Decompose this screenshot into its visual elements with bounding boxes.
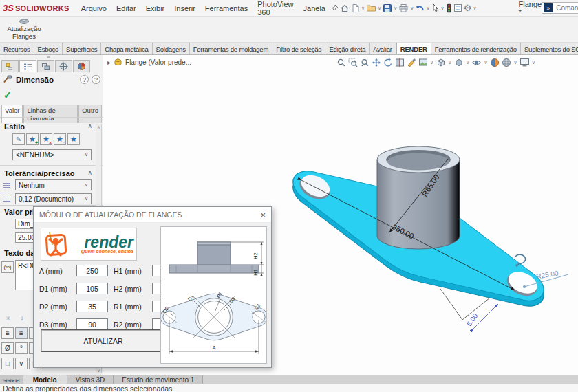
new-document-button[interactable] [351,2,360,14]
menu-janela[interactable]: Janela [299,4,330,12]
atualizacao-flanges-button[interactable]: Atualização Flanges [1,17,47,42]
tab-suplementos[interactable]: Suplementos do SOLIDWORKS [521,43,578,55]
tab-ferramentas-renderizacao[interactable]: Ferramentas de renderização [431,43,521,55]
tab-dimxpertmanager[interactable] [55,60,72,72]
delete-style-button[interactable]: ★× [40,133,52,145]
panel-splitter-handle[interactable] [47,56,50,58]
leader-tool-icon[interactable]: ⤵ [21,315,24,322]
new-doc-caret-icon[interactable]: ∨ [361,6,365,11]
tab-configurationmanager[interactable] [37,60,54,72]
tab-soldagens[interactable]: Soldagens [153,43,190,55]
save-style-button[interactable]: ★⌂ [54,133,66,145]
nav-first-icon[interactable]: |◀ [3,378,7,382]
file-properties-button[interactable] [453,2,462,14]
rebuild-button[interactable] [446,2,452,14]
nav-next-icon[interactable]: ▶ [12,378,15,382]
atualizar-button[interactable]: ATUALIZAR [41,329,166,352]
tolerancia-section-header[interactable]: Tolerância/precisão ∧ [0,169,96,177]
style-dropdown[interactable]: <NENHUM> ∨ [12,149,92,160]
create-style-button[interactable]: ✎ [12,133,25,145]
input-d1[interactable] [76,283,108,294]
justify-left-button[interactable]: ≡ [1,327,14,339]
tab-displaymanager[interactable] [73,60,90,72]
dialog-titlebar[interactable]: MÓDULO DE ATUALIZAÇÃO DE FLANGES × [34,207,271,223]
menu-editar[interactable]: Editar [111,4,141,12]
estilo-section-header[interactable]: Estilo ∧ [0,122,96,131]
dimension-label-radius-tip[interactable]: R25.00 [536,269,559,281]
pencil-icon: ✎ [16,135,21,143]
menu-ferramentas[interactable]: Ferramentas [200,4,253,12]
style-buttons-row: ✎ ★+ ★× ★⌂ ★↓ [12,133,80,145]
cursor-caret-icon[interactable]: ∨ [441,6,445,11]
pin-menu-icon[interactable] [331,2,339,14]
label-h2: H2 (mm) [114,285,149,293]
close-icon[interactable]: × [260,210,266,219]
flange-update-dialog[interactable]: MÓDULO DE ATUALIZAÇÃO DE FLANGES × rende… [33,206,272,368]
nav-prev-icon[interactable]: ◀ [8,378,11,382]
search-input[interactable] [555,3,578,12]
estilo-collapse-icon[interactable]: ∧ [87,122,92,131]
menu-inserir[interactable]: Inserir [169,4,200,12]
menu-exibir[interactable]: Exibir [141,4,170,12]
dim-palette-button[interactable]: (∞) [1,261,14,273]
load-style-button[interactable]: ★↓ [67,133,80,145]
align-left-icon: ≡ [6,329,10,337]
search-icon: » [544,3,553,12]
input-d3[interactable] [76,318,108,330]
open-button[interactable] [366,2,376,14]
ok-checkmark-button[interactable]: ✓ [3,89,12,100]
tab-edicao-direta[interactable]: Edição direta [325,43,370,55]
select-cursor-button[interactable] [431,2,440,14]
menu-photoview[interactable]: PhotoView 360 [253,0,298,17]
degree-symbol-button[interactable]: ° [15,342,28,354]
add-style-button[interactable]: ★+ [26,133,39,145]
home-button[interactable] [340,2,350,14]
symbol-tool-icon[interactable]: ✳ [6,315,11,322]
tab-avaliar[interactable]: Avaliar [370,43,396,55]
box-icon: □ [6,360,10,367]
tab-ferramentas-moldagem[interactable]: Ferramentas de moldagem [190,43,272,55]
tab-modelo[interactable]: Modelo [23,375,67,384]
subtab-valor[interactable]: Valor [1,105,23,123]
precision-dropdown[interactable]: 0,12 (Documento) ∨ [15,193,92,204]
tab-propertymanager[interactable] [19,60,36,72]
undo-button[interactable] [415,2,425,14]
input-a[interactable] [76,265,108,276]
print-caret-icon[interactable]: ∨ [410,6,414,11]
input-d2[interactable] [76,301,108,312]
subtab-linhas-de-chamada[interactable]: Linhas de chamada [23,105,78,123]
tolerancia-collapse-icon[interactable]: ∧ [87,169,92,177]
scroll-down-icon[interactable]: ∨ [97,368,100,373]
degree-icon: ° [20,345,23,352]
box-symbol-button[interactable]: □ [1,358,14,369]
command-search[interactable]: » [542,2,578,14]
justify-center-button[interactable]: ≡ [15,327,28,339]
undo-caret-icon[interactable]: ∨ [426,6,429,11]
menu-arquivo[interactable]: Arquivo [76,4,111,12]
tab-esboco[interactable]: Esboço [34,43,63,55]
open-caret-icon[interactable]: ∨ [378,6,381,11]
tab-superficies[interactable]: Superfícies [63,43,101,55]
options-caret-icon[interactable]: ∨ [473,6,476,11]
nav-last-icon[interactable]: ▶| [15,378,19,382]
tab-featuremanager[interactable] [1,60,19,72]
options-button[interactable]: ⚙ [464,2,472,14]
tolerance-dropdown[interactable]: Nenhum ∨ [15,179,92,190]
tab-vistas-3d[interactable]: Vistas 3D [67,375,114,384]
scroll-up-icon[interactable]: ∧ [97,124,100,129]
flange-cylinder[interactable] [377,146,460,249]
subtab-outro[interactable]: Outro [78,105,102,123]
label-d1: D1 (mm) [39,285,74,293]
tab-estudo-movimento[interactable]: Estudo de movimento 1 [114,375,203,384]
help-icon[interactable]: ? [92,75,100,84]
tab-recursos[interactable]: Recursos [0,43,34,55]
save-button[interactable] [383,2,392,14]
tab-chapa-metalica[interactable]: Chapa metálica [101,43,152,55]
tab-filtro-selecao[interactable]: Filtro de seleção [272,43,325,55]
print-button[interactable] [398,2,409,14]
tab-render[interactable]: RENDER [396,43,431,55]
diameter-symbol-button[interactable]: Ø [1,342,14,354]
caret-symbol-button[interactable]: ∨ [15,358,28,369]
save-caret-icon[interactable]: ∨ [394,6,397,11]
help-pin-icon[interactable]: ? [80,75,89,84]
